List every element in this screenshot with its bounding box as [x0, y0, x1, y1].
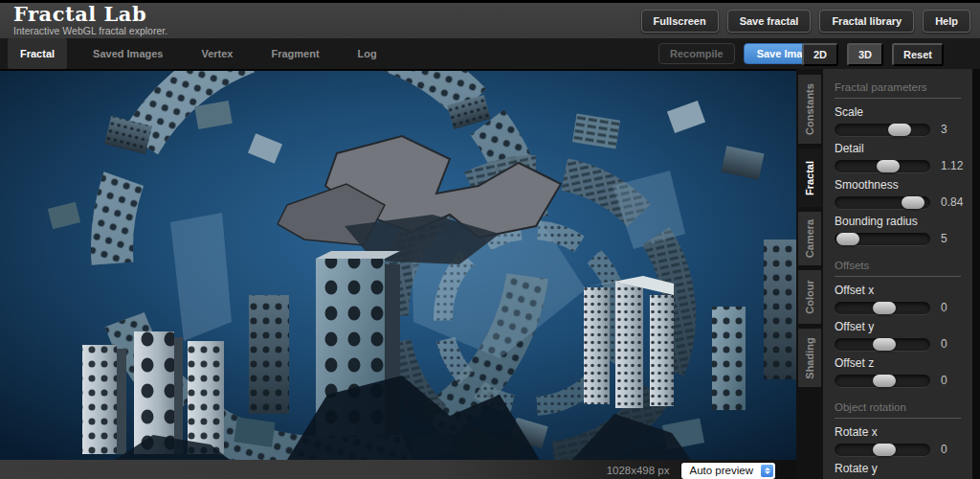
param-offset-x: Offset x0 — [835, 284, 972, 314]
slider-row: 0 — [835, 374, 972, 387]
slider-row: 0 — [835, 337, 972, 351]
slider-thumb[interactable] — [873, 444, 896, 456]
header-button-save-fractal[interactable]: Save fractal — [727, 10, 812, 33]
param-bounding-radius: Bounding radius5 — [835, 215, 972, 245]
slider-label: Rotate y — [835, 462, 972, 475]
slider-value: 0 — [941, 443, 947, 456]
mode-button-3d[interactable]: 3D — [847, 43, 883, 66]
group-title: Object rotation — [835, 399, 961, 419]
header-button-help[interactable]: Help — [923, 10, 970, 33]
parameter-groups: Fractal parametersScale3Detail1.12Smooth… — [835, 79, 972, 479]
slider-label: Rotate x — [835, 425, 972, 439]
slider-track[interactable] — [835, 160, 930, 172]
vertical-tab-label: Fractal — [804, 160, 815, 194]
param-offset-z: Offset z0 — [835, 356, 972, 387]
main-tabs: FractalSaved ImagesVertexFragmentLog — [8, 38, 403, 69]
group-fractal-parameters: Fractal parametersScale3Detail1.12Smooth… — [835, 79, 972, 245]
slider-label: Smoothness — [835, 178, 972, 192]
slider-row: 0 — [835, 443, 972, 456]
slider-track[interactable] — [835, 196, 930, 209]
slider-label: Scale — [835, 105, 972, 119]
app-title: Fractal Lab — [13, 5, 167, 24]
slider-track[interactable] — [835, 302, 930, 314]
slider-track[interactable] — [835, 444, 930, 456]
tab-bar: FractalSaved ImagesVertexFragmentLog Rec… — [0, 38, 980, 69]
tab-saved-images[interactable]: Saved Images — [80, 38, 175, 69]
slider-value: 5 — [941, 232, 947, 245]
slider-row: 0 — [835, 301, 972, 314]
app-subtitle: Interactive WebGL fractal explorer. — [13, 25, 167, 36]
vertical-tab-label: Camera — [804, 219, 815, 258]
slider-thumb[interactable] — [873, 302, 896, 314]
group-offsets: OffsetsOffset x0Offset y0Offset z0 — [835, 257, 972, 387]
param-offset-y: Offset y0 — [835, 320, 972, 351]
right-edge-strip — [972, 69, 980, 479]
slider-track[interactable] — [835, 233, 930, 245]
slider-value: 0.84 — [941, 195, 963, 209]
slider-value: 0 — [941, 337, 947, 351]
vertical-tab-fractal[interactable]: Fractal — [798, 148, 821, 207]
fractal-lab-app: Fractal Lab Interactive WebGL fractal ex… — [0, 0, 980, 479]
vertical-tab-camera[interactable]: Camera — [798, 212, 821, 265]
slider-row: 1.12 — [835, 159, 972, 172]
slider-thumb[interactable] — [836, 233, 859, 245]
tab-fragment[interactable]: Fragment — [258, 38, 331, 69]
tab-fractal[interactable]: Fractal — [8, 38, 67, 69]
select-stepper-icon — [761, 465, 773, 477]
vertical-tab-label: Colour — [804, 280, 815, 313]
header-buttons: FullscreenSave fractalFractal libraryHel… — [641, 3, 970, 38]
canvas-status-bar: 1028x498 px Auto preview — [0, 460, 796, 479]
mode-button-2d[interactable]: 2D — [802, 43, 838, 66]
slider-label: Bounding radius — [835, 215, 972, 228]
vertical-tab-label: Constants — [804, 83, 815, 135]
tab-log[interactable]: Log — [345, 38, 390, 69]
fractal-render-image — [0, 71, 796, 460]
slider-thumb[interactable] — [873, 375, 896, 387]
header-button-fullscreen[interactable]: Fullscreen — [641, 10, 719, 33]
group-title: Fractal parameters — [835, 79, 961, 99]
param-detail: Detail1.12 — [835, 142, 972, 172]
app-header: Fractal Lab Interactive WebGL fractal ex… — [0, 0, 980, 38]
slider-track[interactable] — [835, 338, 930, 351]
slider-track[interactable] — [835, 375, 930, 387]
slider-track[interactable] — [835, 124, 930, 136]
slider-row: 3 — [835, 123, 972, 136]
slider-value: 1.12 — [941, 159, 963, 172]
vertical-tab-constants[interactable]: Constants — [798, 75, 821, 144]
slider-thumb[interactable] — [877, 160, 900, 172]
parameter-panel: Fractal parametersScale3Detail1.12Smooth… — [823, 69, 972, 479]
slider-thumb[interactable] — [888, 124, 911, 136]
param-smoothness: Smoothness0.84 — [835, 178, 972, 209]
group-title: Offsets — [835, 257, 961, 277]
slider-thumb[interactable] — [873, 338, 896, 351]
mode-buttons: 2D3DReset — [802, 43, 944, 66]
fractal-render-canvas[interactable] — [0, 71, 796, 460]
slider-label: Detail — [835, 142, 972, 155]
slider-row: 0.84 — [835, 195, 972, 209]
param-rotate-x: Rotate x0 — [835, 425, 972, 456]
vertical-tab-colour[interactable]: Colour — [798, 270, 821, 324]
slider-value: 0 — [941, 301, 947, 314]
recompile-button[interactable]: Recompile — [658, 43, 735, 64]
vertical-tab-label: Shading — [804, 337, 815, 378]
slider-value: 0 — [941, 374, 947, 387]
preview-mode-value: Auto preview — [690, 465, 753, 476]
tab-vertex[interactable]: Vertex — [189, 38, 245, 69]
slider-value: 3 — [941, 123, 947, 136]
group-object-rotation: Object rotationRotate x0Rotate y0Rotate … — [835, 399, 972, 479]
viewport: 1028x498 px Auto preview — [0, 69, 796, 479]
slider-thumb[interactable] — [902, 196, 924, 209]
sidebar-vertical-tabs: ConstantsFractalCameraColourShading — [796, 69, 823, 479]
vertical-tab-shading[interactable]: Shading — [798, 329, 821, 387]
brand: Fractal Lab Interactive WebGL fractal ex… — [13, 5, 167, 36]
slider-row: 5 — [835, 232, 972, 245]
render-size-label: 1028x498 px — [607, 465, 670, 476]
preview-mode-select[interactable]: Auto preview — [681, 463, 775, 479]
slider-label: Offset z — [835, 356, 972, 370]
param-scale: Scale3 — [835, 105, 972, 136]
slider-label: Offset y — [835, 320, 972, 333]
slider-label: Offset x — [835, 284, 972, 297]
header-button-fractal-library[interactable]: Fractal library — [819, 10, 914, 33]
mode-button-reset[interactable]: Reset — [892, 43, 944, 66]
param-rotate-y: Rotate y0 — [835, 462, 972, 479]
